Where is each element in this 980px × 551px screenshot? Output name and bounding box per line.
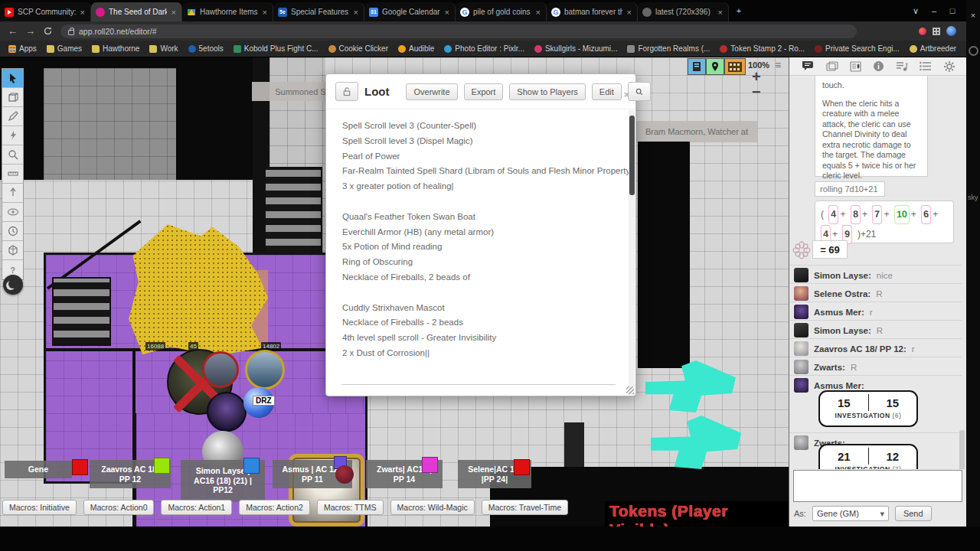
tab-close-icon[interactable]: ×: [353, 8, 359, 17]
extension-icon[interactable]: [919, 28, 926, 35]
map-pin-icon[interactable]: [706, 58, 724, 75]
skill-roll-card[interactable]: 15 15 INVESTIGATION (6): [818, 390, 918, 427]
red-orb-token[interactable]: [335, 465, 354, 484]
jukebox-tab-icon[interactable]: [896, 61, 908, 72]
layers-tool[interactable]: [2, 88, 23, 107]
loot-dialog[interactable]: Loot Overwrite Export Show to Players Ed…: [325, 73, 636, 396]
resize-grip[interactable]: [626, 386, 634, 394]
minimize-button[interactable]: –: [925, 0, 943, 21]
zoom-tool[interactable]: [2, 145, 23, 165]
browser-tab[interactable]: Hawthorne Items List.pdf ×: [182, 2, 273, 21]
tab-close-icon[interactable]: ×: [80, 8, 86, 17]
ruler-tool[interactable]: [2, 165, 23, 184]
fog-tool[interactable]: [2, 184, 23, 203]
zoom-out-button[interactable]: −: [752, 83, 761, 101]
color-square-blue[interactable]: [243, 458, 260, 474]
bookmark-private-search[interactable]: Private Search Engi...: [811, 44, 903, 53]
panel-close-icon[interactable]: ×: [966, 11, 980, 20]
macro-button[interactable]: Macros: Action0: [83, 500, 155, 515]
dialog-scrollbar-thumb[interactable]: [629, 116, 635, 195]
browser-tab-active[interactable]: The Seed of Darkness | Ro ×: [91, 2, 182, 21]
tab-close-icon[interactable]: ×: [535, 8, 541, 17]
collections-tab-icon[interactable]: [920, 61, 932, 71]
profile-avatar[interactable]: [946, 26, 956, 36]
chat-input[interactable]: [793, 470, 962, 502]
dialog-close-icon[interactable]: ×: [624, 90, 629, 100]
bookmark-audible[interactable]: Audible: [394, 44, 438, 53]
macro-button[interactable]: Macros: Action1: [161, 500, 232, 515]
refresh-icon[interactable]: [43, 26, 53, 36]
sidebar-collapse-handle[interactable]: ≡: [775, 59, 781, 71]
settings-gear-icon[interactable]: [943, 60, 956, 73]
tab-close-icon[interactable]: ×: [626, 8, 632, 17]
page-settings-icon[interactable]: [688, 58, 706, 75]
bookmark-skullgirls[interactable]: Skullgirls - Mizuumi...: [531, 44, 621, 53]
dice-tool[interactable]: [2, 241, 23, 260]
compendium-tab-icon[interactable]: [873, 60, 884, 72]
apps-grid-icon[interactable]: [933, 28, 940, 35]
macro-button[interactable]: Macros: Action2: [239, 500, 310, 515]
color-square-lime[interactable]: [154, 458, 170, 474]
skill-roll-card[interactable]: 21 12 INVESTIGATION (7): [818, 444, 918, 469]
macro-button[interactable]: Macros: Travel-Time: [482, 500, 568, 515]
tab-close-icon[interactable]: ×: [444, 8, 450, 17]
show-to-players-button[interactable]: Show to Players: [509, 83, 585, 100]
browser-tab[interactable]: G batman forever thugs - Go ×: [547, 2, 638, 21]
bookmark-token-stamp[interactable]: Token Stamp 2 - Ro...: [716, 44, 808, 53]
unlock-icon[interactable]: [335, 82, 358, 101]
speak-as-select[interactable]: Gene (GM) ▾: [812, 506, 889, 521]
loot-text-area[interactable]: Spell Scroll level 3 (Counter-Spell) Spe…: [326, 110, 635, 396]
color-square-magenta[interactable]: [422, 457, 438, 473]
select-tool[interactable]: [2, 69, 23, 88]
token-label-gene[interactable]: Gene: [5, 461, 72, 478]
color-square-red[interactable]: [72, 459, 88, 475]
color-square-red[interactable]: [514, 459, 530, 475]
gold-pile-token[interactable]: [129, 224, 268, 356]
character-token[interactable]: [202, 351, 239, 388]
macro-button[interactable]: Macros: Initiative: [2, 500, 77, 515]
dialog-header[interactable]: Loot Overwrite Export Show to Players Ed…: [326, 74, 635, 109]
maximize-button[interactable]: □: [943, 0, 962, 21]
forward-icon[interactable]: →: [25, 25, 35, 37]
chat-tab-icon[interactable]: [802, 60, 815, 72]
chat-scrollbar-thumb[interactable]: [959, 430, 965, 469]
panel-circle-icon[interactable]: [969, 46, 978, 56]
send-button[interactable]: Send: [895, 506, 932, 521]
bookmark-kobold[interactable]: Kobold Plus Fight C...: [230, 44, 322, 53]
bookmark-folder[interactable]: Games: [43, 44, 86, 53]
bookmark-folder[interactable]: Work: [145, 44, 181, 53]
night-mode-toggle[interactable]: [3, 275, 23, 295]
reveal-tool[interactable]: [2, 203, 23, 222]
browser-tab[interactable]: 5e Special Features; What Mo ×: [273, 2, 364, 21]
bookmark-forgotten-realms[interactable]: Forgotten Realms (...: [623, 44, 714, 53]
shadow-token[interactable]: [207, 392, 247, 432]
bookmark-artbreeder[interactable]: Artbreeder: [906, 44, 960, 53]
character-token[interactable]: [245, 350, 285, 390]
browser-tab[interactable]: G pile of gold coins transpar ×: [456, 2, 547, 21]
bookmark-cookie[interactable]: Cookie Clicker: [325, 44, 392, 53]
export-button[interactable]: Export: [464, 83, 504, 100]
cyan-marker-shape[interactable]: [651, 413, 741, 471]
overwrite-button[interactable]: Overwrite: [406, 83, 457, 100]
bookmark-apps[interactable]: Apps: [5, 44, 41, 53]
art-library-tab-icon[interactable]: [826, 61, 838, 72]
new-tab-button[interactable]: +: [729, 0, 749, 21]
journal-tab-icon[interactable]: [850, 61, 861, 72]
chat-log[interactable]: touch. When the cleric hits a creature w…: [789, 76, 967, 469]
browser-tab[interactable]: latest (720x396) ×: [638, 2, 729, 21]
tab-close-icon[interactable]: ×: [262, 8, 268, 17]
browser-tab[interactable]: SCP Community: 15 INSAI ×: [0, 2, 91, 21]
turn-tracker-tool[interactable]: [2, 222, 23, 241]
browser-tab[interactable]: 31 Google Calendar - June 20 ×: [364, 2, 456, 21]
film-strip-icon[interactable]: [724, 58, 746, 75]
draw-tool[interactable]: [2, 107, 23, 126]
bookmark-folder[interactable]: Hawthorne: [88, 44, 143, 53]
bookmark-5etools[interactable]: 5etools: [185, 44, 227, 53]
search-icon[interactable]: [628, 82, 651, 101]
tab-close-icon[interactable]: ×: [717, 8, 724, 17]
macro-button[interactable]: Macros: Wild-Magic: [390, 500, 475, 515]
tab-search-icon[interactable]: ∨: [906, 0, 925, 21]
back-icon[interactable]: ←: [8, 25, 18, 37]
tab-close-icon[interactable]: ×: [171, 8, 177, 17]
fx-tool[interactable]: [2, 126, 23, 145]
